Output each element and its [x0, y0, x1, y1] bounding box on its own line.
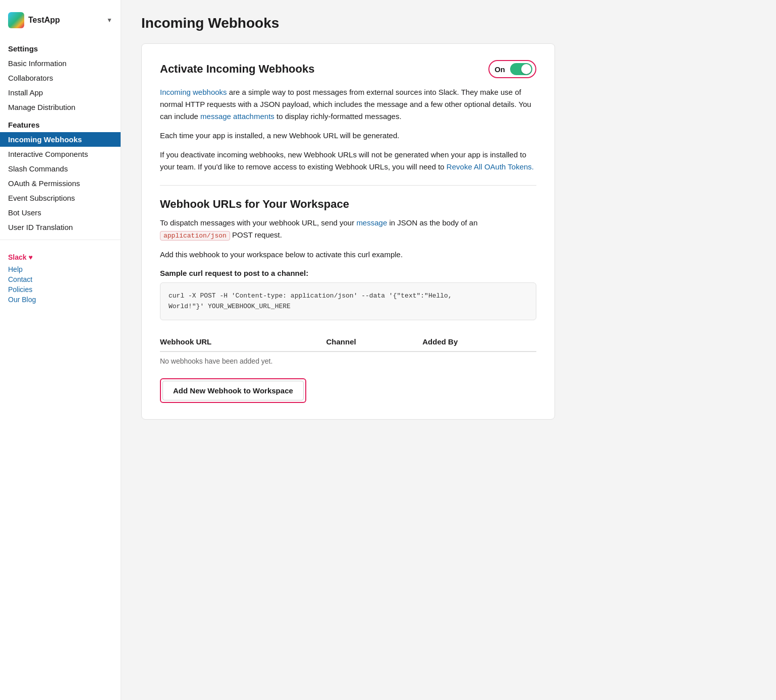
sidebar-item-incoming-webhooks[interactable]: Incoming Webhooks [0, 132, 121, 147]
footer-link-contact[interactable]: Contact [8, 274, 113, 284]
webhook-urls-title: Webhook URLs for Your Workspace [160, 198, 536, 211]
settings-section-label: Settings [0, 38, 121, 56]
sidebar-item-manage-distribution[interactable]: Manage Distribution [0, 100, 121, 114]
deactivate-text: If you deactivate incoming webhooks, new… [160, 149, 536, 173]
add-webhook-button-container: Add New Webhook to Workspace [160, 378, 306, 403]
sidebar-item-collaborators[interactable]: Collaborators [0, 71, 121, 85]
activate-section-title: Activate Incoming Webhooks [160, 63, 314, 76]
section-divider [160, 185, 536, 186]
no-webhooks-message: No webhooks have been added yet. [160, 352, 536, 370]
message-link[interactable]: message [356, 218, 387, 227]
webhook-desc-post: POST request. [230, 230, 282, 239]
sidebar-item-oauth-permissions[interactable]: OAuth & Permissions [0, 176, 121, 191]
slack-heart-label: Slack ♥ [8, 253, 113, 261]
sidebar-item-slash-commands[interactable]: Slash Commands [0, 161, 121, 176]
webhook-desc-mid: in JSON as the body of an [387, 218, 477, 227]
sidebar-item-user-id-translation[interactable]: User ID Translation [0, 220, 121, 235]
sidebar-item-install-app[interactable]: Install App [0, 85, 121, 100]
toggle-on-label: On [492, 65, 507, 74]
sidebar-item-basic-information[interactable]: Basic Information [0, 56, 121, 71]
webhook-table: Webhook URL Channel Added By No webhooks… [160, 332, 536, 370]
revoke-oauth-link[interactable]: Revoke All OAuth Tokens. [447, 162, 534, 171]
add-webhook-button[interactable]: Add New Webhook to Workspace [162, 381, 304, 400]
message-attachments-link[interactable]: message attachments [200, 112, 274, 121]
sidebar-item-event-subscriptions[interactable]: Event Subscriptions [0, 191, 121, 205]
dropdown-arrow-icon: ▼ [106, 17, 113, 24]
main-content: Incoming Webhooks Activate Incoming Webh… [121, 0, 776, 700]
code-block: curl -X POST -H 'Content-type: applicati… [160, 282, 536, 321]
activate-desc-text-2: to display richly-formatted messages. [274, 112, 402, 121]
installed-text: Each time your app is installed, a new W… [160, 130, 536, 142]
webhook-urls-description: To dispatch messages with your webhook U… [160, 217, 536, 242]
sidebar-divider [0, 240, 121, 240]
sample-curl-label: Sample curl request to post to a channel… [160, 269, 536, 277]
toggle-switch[interactable] [510, 63, 532, 75]
toggle-knob [521, 64, 531, 74]
activate-curl-text: Add this webhook to your workspace below… [160, 249, 536, 261]
app-selector[interactable]: TestApp ▼ [0, 8, 121, 38]
footer-link-help[interactable]: Help [8, 264, 113, 274]
footer-link-policies[interactable]: Policies [8, 284, 113, 295]
app-name: TestApp [28, 16, 102, 25]
sidebar: TestApp ▼ Settings Basic Information Col… [0, 0, 121, 700]
col-added-by: Added By [422, 332, 536, 352]
sidebar-item-interactive-components[interactable]: Interactive Components [0, 147, 121, 161]
page-title: Incoming Webhooks [141, 15, 756, 31]
incoming-webhooks-link[interactable]: Incoming webhooks [160, 88, 227, 96]
content-card: Activate Incoming Webhooks On Incoming w… [141, 43, 555, 420]
app-icon [8, 12, 24, 28]
col-webhook-url: Webhook URL [160, 332, 326, 352]
col-channel: Channel [326, 332, 423, 352]
activate-section-header: Activate Incoming Webhooks On [160, 60, 536, 78]
table-empty-row: No webhooks have been added yet. [160, 352, 536, 370]
toggle-container[interactable]: On [488, 60, 536, 78]
sidebar-item-bot-users[interactable]: Bot Users [0, 205, 121, 220]
sidebar-footer: Slack ♥ Help Contact Policies Our Blog [0, 249, 121, 309]
features-section-label: Features [0, 114, 121, 132]
application-json-code: application/json [160, 231, 230, 241]
webhook-desc-pre: To dispatch messages with your webhook U… [160, 218, 356, 227]
activate-description-1: Incoming webhooks are a simple way to po… [160, 86, 536, 123]
footer-link-our-blog[interactable]: Our Blog [8, 295, 113, 305]
